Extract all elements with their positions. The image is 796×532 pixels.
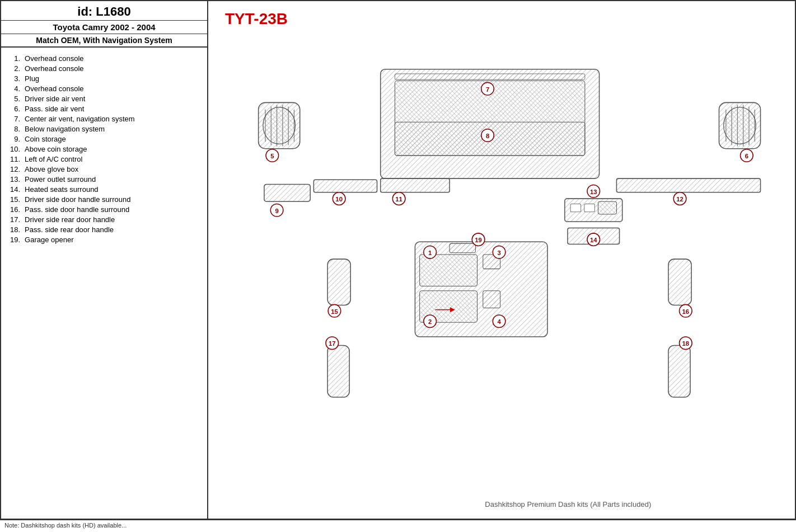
parts-list-item: 3. Plug (9, 73, 199, 83)
parts-list-item: 10. Above coin storage (9, 144, 199, 154)
part-number: 12. (9, 164, 24, 174)
parts-list-item: 1. Overhead console (9, 53, 199, 63)
parts-list-item: 2. Overhead console (9, 63, 199, 73)
part-label: Driver side door handle surround (24, 194, 199, 204)
part-number: 14. (9, 184, 24, 194)
part-label: Overhead console (24, 83, 199, 93)
header-match: Match OEM, With Navigation System (1, 34, 207, 46)
part-number: 16. (9, 204, 24, 214)
part-number: 10. (9, 144, 24, 154)
svg-rect-52 (420, 255, 477, 286)
svg-rect-71 (668, 259, 691, 305)
parts-list-item: 5. Driver side air vent (9, 93, 199, 103)
part-number: 4. (9, 83, 24, 93)
parts-list: 1. Overhead console 2. Overhead console … (1, 48, 207, 519)
part-number: 15. (9, 194, 24, 204)
part-label: Power outlet surround (24, 174, 199, 184)
svg-text:10: 10 (335, 196, 343, 203)
parts-list-item: 9. Coin storage (9, 134, 199, 144)
svg-text:11: 11 (395, 196, 402, 203)
strip-left: 9 10 (264, 180, 377, 216)
part-number: 9. (9, 134, 24, 144)
part-13: 13 (565, 185, 622, 222)
part-15: 15 (327, 259, 350, 317)
parts-list-item: 15. Driver side door handle surround (9, 194, 199, 204)
svg-rect-43 (570, 204, 581, 211)
svg-rect-62 (483, 291, 500, 308)
left-panel: id: L1680 Toyota Camry 2002 - 2004 Match… (1, 1, 208, 519)
part-label: Driver side air vent (24, 93, 199, 103)
part-number: 5. (9, 93, 24, 103)
part-14: 14 (568, 228, 620, 246)
svg-text:3: 3 (497, 249, 500, 256)
svg-text:1: 1 (428, 249, 432, 256)
part-number: 11. (9, 154, 24, 164)
svg-point-27 (724, 107, 756, 144)
parts-list-item: 8. Below navigation system (9, 124, 199, 134)
part-label: Garage opener (24, 234, 199, 244)
svg-rect-68 (327, 259, 350, 305)
svg-rect-14 (395, 74, 584, 79)
svg-text:8: 8 (486, 133, 489, 139)
main-content: id: L1680 Toyota Camry 2002 - 2004 Match… (0, 0, 796, 520)
svg-text:15: 15 (331, 308, 338, 315)
part-label: Pass. side air vent (24, 103, 199, 114)
svg-text:13: 13 (590, 189, 597, 195)
right-panel: TYT-23B (208, 1, 795, 519)
parts-list-item: 7. Center air vent, navigation system (9, 114, 199, 124)
part-number: 17. (9, 214, 24, 224)
part-number: 3. (9, 73, 24, 83)
part-number: 13. (9, 174, 24, 184)
part-label: Pass. side door handle surround (24, 204, 199, 214)
bottom-note: Note: Dashkitshop dash kits (HD) availab… (0, 520, 796, 532)
parts-list-item: 16. Pass. side door handle surround (9, 204, 199, 214)
parts-list-item: 13. Power outlet surround (9, 174, 199, 184)
parts-list-item: 4. Overhead console (9, 83, 199, 93)
part-number: 6. (9, 103, 24, 114)
part-5: 5 (259, 102, 300, 162)
svg-rect-30 (264, 184, 310, 201)
svg-rect-74 (327, 345, 349, 397)
parts-list-item: 6. Pass. side air vent (9, 103, 199, 114)
header-model: Toyota Camry 2002 - 2004 (1, 21, 207, 34)
svg-text:9: 9 (275, 208, 278, 214)
svg-text:7: 7 (486, 86, 489, 93)
part-label: Plug (24, 73, 199, 83)
parts-list-item: 14. Heated seats surround (9, 184, 199, 194)
part-number: 19. (9, 234, 24, 244)
svg-text:4: 4 (497, 318, 501, 325)
part-label: Driver side rear door handle (24, 214, 199, 224)
svg-point-9 (263, 107, 296, 144)
svg-text:19: 19 (475, 237, 482, 243)
part-label: Overhead console (24, 53, 199, 63)
diagram-svg: 5 7 8 (225, 35, 789, 426)
part-number: 18. (9, 224, 24, 234)
svg-rect-77 (668, 345, 690, 397)
part-label: Center air vent, navigation system (24, 114, 199, 124)
svg-rect-45 (598, 201, 617, 214)
part-6: 6 (719, 102, 761, 162)
part-label: Heated seats surround (24, 184, 199, 194)
header-id: id: L1680 (1, 1, 207, 21)
header-section: id: L1680 Toyota Camry 2002 - 2004 Match… (1, 1, 207, 48)
part-number: 8. (9, 124, 24, 134)
svg-rect-36 (381, 178, 449, 192)
part-label: Pass. side rear door handle (24, 224, 199, 234)
part-11: 11 (381, 178, 449, 205)
svg-text:2: 2 (428, 318, 432, 325)
svg-text:6: 6 (745, 153, 748, 159)
part-7: 7 8 (381, 69, 600, 178)
parts-list-item: 18. Pass. side rear door handle (9, 224, 199, 234)
part-label: Left of A/C control (24, 154, 199, 164)
part-label: Below navigation system (24, 124, 199, 134)
svg-rect-33 (313, 180, 377, 192)
part-18: 18 (668, 337, 692, 397)
svg-text:5: 5 (270, 153, 274, 159)
part-number: 1. (9, 53, 24, 63)
parts-list-item: 11. Left of A/C control (9, 154, 199, 164)
parts-table: 1. Overhead console 2. Overhead console … (9, 53, 199, 244)
center-console: 1 2 3 4 19 (415, 233, 547, 337)
parts-list-item: 19. Garage opener (9, 234, 199, 244)
part-16: 16 (668, 259, 692, 317)
watermark: Dashkitshop Premium Dash kits (All Parts… (485, 500, 651, 509)
